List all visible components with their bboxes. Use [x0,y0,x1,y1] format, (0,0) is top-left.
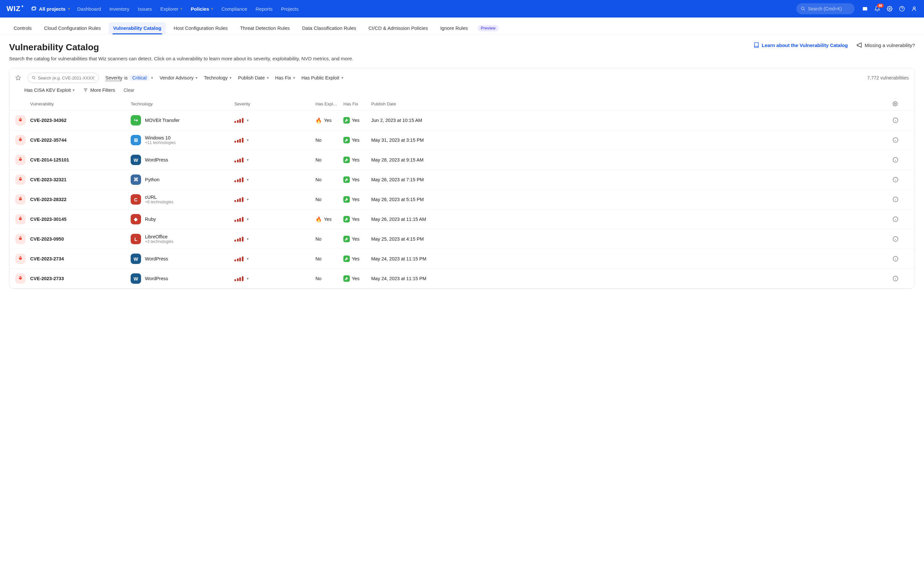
row-info-button[interactable] [892,276,909,282]
publish-date: May 28, 2023 at 9:15 AM [371,157,892,162]
table-row[interactable]: CVE-2023-2733 W WordPress ▾ No Yes May 2… [9,269,915,289]
col-technology[interactable]: Technology [130,102,234,106]
favorite-button[interactable] [15,75,21,81]
severity-cell[interactable]: ▾ [234,237,315,242]
fix-cell: Yes [344,216,371,222]
settings-icon[interactable] [886,6,893,12]
chevron-down-icon: ▾ [247,118,249,123]
wrench-icon [344,137,350,143]
technology-name: MOVEit Transfer [145,118,180,123]
col-has-fix[interactable]: Has Fix [344,102,371,106]
row-info-button[interactable] [892,196,909,202]
nav-policies[interactable]: Policies▾ [190,6,213,12]
more-filters[interactable]: More Filters [83,87,115,93]
exploit-cell: No [315,276,344,281]
table-row[interactable]: CVE-2022-35744 ⊞ Windows 10 +11 technolo… [9,130,915,150]
severity-cell[interactable]: ▾ [234,256,315,261]
severity-cell[interactable]: ▾ [234,138,315,142]
fix-value: Yes [352,197,360,202]
severity-cell[interactable]: ▾ [234,217,315,222]
filter-publish-date[interactable]: Publish Date▾ [238,75,268,80]
severity-bars-icon [234,217,243,222]
chevron-down-icon: ▾ [247,158,249,162]
fix-value: Yes [352,118,360,123]
filter-has-fix-label: Has Fix [275,75,291,80]
nav-compliance[interactable]: Compliance [221,6,247,12]
filter-has-fix[interactable]: Has Fix▾ [275,75,295,80]
page-description: Search the catalog for vulnerabilities t… [0,56,924,68]
nav-explorer[interactable]: Explorer▾ [160,6,182,12]
table-row[interactable]: CVE-2023-2734 W WordPress ▾ No Yes May 2… [9,249,915,269]
card-icon[interactable] [862,6,868,12]
bug-icon [15,135,26,145]
filter-severity[interactable]: Severity is Critical ▾ [105,75,153,81]
exploit-cell: No [315,157,344,162]
column-settings[interactable] [892,101,909,106]
exploit-value: No [315,197,322,202]
vuln-search-input[interactable] [38,75,94,80]
row-info-button[interactable] [892,216,909,222]
project-selector[interactable]: All projects ▾ [31,6,70,12]
filter-vendor[interactable]: Vendor Advisory▾ [159,75,198,80]
tab-cloud-config[interactable]: Cloud Configuration Rules [39,22,105,34]
technology-icon: ↪ [130,115,141,126]
tab-data-class[interactable]: Data Classification Rules [298,22,361,34]
table-row[interactable]: CVE-2023-0950 L LibreOffice +3 technolog… [9,229,915,249]
col-severity[interactable]: Severity [234,102,315,106]
col-exploit[interactable]: Has Expl… [315,102,344,106]
col-vulnerability[interactable]: Vulnerability [30,102,130,106]
row-info-button[interactable] [892,177,909,183]
filter-public-exploit[interactable]: Has Public Exploit▾ [302,75,344,80]
filter-technology[interactable]: Technology▾ [204,75,231,80]
more-filters-label: More Filters [90,87,115,93]
col-publish-date[interactable]: Publish Date [371,102,892,106]
filter-cisa[interactable]: Has CISA KEV Exploit▾ [24,87,75,93]
clear-button[interactable]: Clear [123,87,134,93]
table-row[interactable]: CVE-2023-32321 ⌘ Python ▾ No Yes May 26,… [9,170,915,190]
severity-bars-icon [234,237,243,242]
nav-projects[interactable]: Projects [281,6,298,12]
table-row[interactable]: CVE-2023-34362 ↪ MOVEit Transfer ▾ 🔥 Yes… [9,111,915,130]
severity-cell[interactable]: ▾ [234,118,315,123]
fix-cell: Yes [344,275,371,282]
row-info-button[interactable] [892,157,909,163]
user-icon[interactable] [911,6,918,12]
tab-cicd[interactable]: CI/CD & Admission Policies [364,22,432,34]
severity-cell[interactable]: ▾ [234,177,315,182]
learn-link[interactable]: Learn about the Vulnerability Catalog [753,42,848,48]
technology-name: WordPress [145,256,168,261]
table-row[interactable]: CVE-2014-125101 W WordPress ▾ No Yes May… [9,150,915,170]
nav-issues[interactable]: Issues [138,6,152,12]
tab-vuln-catalog[interactable]: Vulnerability Catalog [109,22,166,34]
tab-host-config[interactable]: Host Configuration Rules [169,22,232,34]
tab-threat[interactable]: Threat Detection Rules [236,22,294,34]
severity-bars-icon [234,138,243,142]
help-icon[interactable] [899,6,905,12]
technology-name: cURL [145,195,174,200]
tab-controls[interactable]: Controls [9,22,36,34]
severity-cell[interactable]: ▾ [234,158,315,162]
vuln-search[interactable] [27,73,99,83]
notifications-icon[interactable]: 46 [874,6,880,12]
table-row[interactable]: CVE-2023-28322 C cURL +6 technologies ▾ … [9,190,915,210]
nav-inventory[interactable]: Inventory [109,6,129,12]
table-row[interactable]: CVE-2023-30145 ◆ Ruby ▾ 🔥 Yes Yes May 26… [9,210,915,229]
row-info-button[interactable] [892,236,909,242]
logo[interactable]: WIZ✦ [6,4,24,13]
nav-reports[interactable]: Reports [255,6,273,12]
row-info-button[interactable] [892,117,909,123]
global-search[interactable]: Search (Cmd+K) [796,3,855,14]
search-icon [801,6,806,11]
svg-line-11 [34,78,35,80]
severity-cell[interactable]: ▾ [234,276,315,281]
severity-cell[interactable]: ▾ [234,197,315,202]
row-info-button[interactable] [892,256,909,262]
row-info-button[interactable] [892,137,909,143]
nav-dashboard[interactable]: Dashboard [77,6,101,12]
fire-icon: 🔥 [315,117,322,123]
missing-link[interactable]: Missing a vulnerability? [856,42,915,48]
technology-sub: +3 technologies [145,239,174,244]
bug-icon [15,273,26,284]
wrench-icon [344,275,350,282]
tab-ignore[interactable]: Ignore Rules [436,22,472,34]
